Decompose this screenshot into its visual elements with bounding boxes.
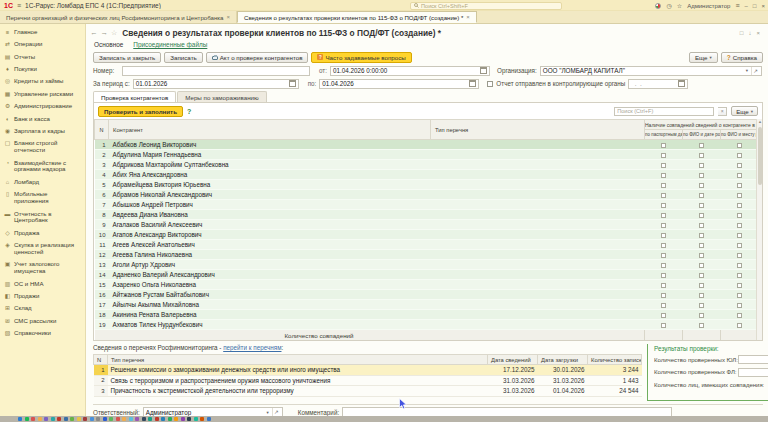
passport-match-checkbox[interactable] [661,153,666,158]
column-header-records[interactable]: Количество записей [588,355,642,365]
taskbar-app-icon[interactable] [187,417,191,421]
help-button[interactable]: ?Справка [721,52,763,63]
fio-birthplace-match-checkbox[interactable] [737,233,742,238]
global-search-input[interactable]: Поиск Ctrl+Shift+F [410,2,562,10]
taskbar-app-icon[interactable] [64,417,68,421]
column-header-n[interactable]: N [95,120,109,140]
passport-match-checkbox[interactable] [661,243,666,248]
passport-match-checkbox[interactable] [661,283,666,288]
sidebar-item[interactable]: ▬ Отчетность в Центробанк [0,208,85,227]
sidebar-item[interactable]: ▥ ОС и НМА [0,278,85,290]
calendar-icon[interactable] [678,80,685,87]
contractor-row[interactable]: 11 Агеев Алексей Анатольевич [95,240,758,250]
result-value-field[interactable]: 1 283 [738,368,768,377]
fio-birthplace-match-checkbox[interactable] [737,223,742,228]
fio-birthdate-match-checkbox[interactable] [699,143,704,148]
period-from-field[interactable]: 01.01.2026 [133,79,299,89]
page-tab[interactable]: Проверка контрагентов [93,91,176,102]
contractor-row[interactable]: 7 Абышков Андрей Петрович [95,200,758,210]
taskbar-app-icon[interactable] [31,417,35,421]
fio-birthdate-match-checkbox[interactable] [699,203,704,208]
taskbar-app-icon[interactable] [155,417,159,421]
contractor-row[interactable]: 8 Авдеева Диана Ивановна [95,210,758,220]
fio-birthplace-match-checkbox[interactable] [737,253,742,258]
settings-menu-icon[interactable]: ≡ [735,2,739,9]
passport-match-checkbox[interactable] [661,233,666,238]
fio-birthplace-match-checkbox[interactable] [737,293,742,298]
contractor-row[interactable]: 19 Ахматов Тилек Нурдунбекович [95,320,758,330]
passport-match-checkbox[interactable] [661,253,666,258]
contractor-row[interactable]: 3 Абдрикова Махтаройим Султанбековна [95,160,758,170]
sidebar-item[interactable]: ◉ Зарплата и кадры [0,125,85,137]
passport-match-checkbox[interactable] [661,183,666,188]
page-tab[interactable]: Меры по замораживанию [177,91,266,102]
chevron-down-icon[interactable]: ▾ [743,67,751,75]
taskbar-app-icon[interactable] [51,417,55,421]
passport-match-checkbox[interactable] [661,223,666,228]
sidebar-item[interactable]: ▣ Учет залогового имущества [0,259,85,278]
forward-arrow-icon[interactable]: → [101,29,109,37]
fio-birthdate-match-checkbox[interactable] [699,213,704,218]
fio-birthdate-match-checkbox[interactable] [699,313,704,318]
taskbar-app-icon[interactable] [168,417,172,421]
comment-field[interactable] [342,407,672,416]
fio-birthplace-match-checkbox[interactable] [737,173,742,178]
fio-birthdate-match-checkbox[interactable] [699,183,704,188]
taskbar-app-icon[interactable] [18,417,22,421]
column-header-fio-birthplace[interactable]: по ФИО и месту рождения [721,130,758,140]
sidebar-item[interactable]: ◇ Продажа [0,227,85,239]
sidebar-item[interactable]: ◎ Кредиты и займы [0,76,85,88]
list-row[interactable]: 1 Решение комиссии о замораживании денеж… [94,365,642,376]
taskbar-app-icon[interactable] [129,417,133,421]
responsible-field[interactable]: Администратор▾↗ [143,407,283,416]
column-header-date-info[interactable]: Дата сведений [488,355,538,365]
result-value-field[interactable]: 0 [738,355,768,364]
more-button[interactable]: Еще▾ [689,52,718,63]
minimize-button[interactable]: – [745,3,748,9]
fio-birthdate-match-checkbox[interactable] [699,293,704,298]
fio-birthdate-match-checkbox[interactable] [699,223,704,228]
fio-birthdate-match-checkbox[interactable] [699,283,704,288]
sidebar-item[interactable]: ▢ Бланки строгой отчетности [0,138,85,157]
column-header-fio-birthdate[interactable]: по ФИО и дате рождения [683,130,721,140]
fio-birthdate-match-checkbox[interactable] [699,173,704,178]
taskbar-app-icon[interactable] [200,417,204,421]
number-field[interactable] [122,66,310,76]
sidebar-item[interactable]: ▤ Отчеты [0,51,85,63]
discussions-icon[interactable] [655,3,661,9]
current-user[interactable]: Администратор [687,3,730,9]
fio-birthplace-match-checkbox[interactable] [737,183,742,188]
sidebar-item[interactable]: ◐ Банк и касса [0,113,85,125]
passport-match-checkbox[interactable] [661,143,666,148]
act-print-button[interactable]: Акт о проверке контрагентов [206,52,309,63]
report-sent-date-field[interactable]: . . [628,79,688,89]
passport-match-checkbox[interactable] [661,263,666,268]
pin-icon[interactable]: ↓ [748,30,751,36]
contractor-row[interactable]: 1 Абабков Леонид Викторович [95,140,758,150]
sidebar-item[interactable]: ◈ Скупка и реализация ценностей [0,239,85,258]
table-search-input[interactable]: Поиск (Ctrl+F) [614,107,714,116]
taskbar-app-icon[interactable] [161,417,165,421]
taskbar-app-icon[interactable] [77,417,81,421]
column-header-match-group[interactable]: Наличие совпадений сведений о контрагент… [645,120,758,130]
contractor-row[interactable]: 15 Азаренко Ольга Николаевна [95,280,758,290]
scroll-up-icon[interactable]: ▲ [757,119,763,125]
close-tab-icon[interactable]: × [466,14,470,20]
sidebar-item[interactable]: ✉ СМС рассылки [0,315,85,327]
nav-main[interactable]: Основное [94,41,123,48]
faq-button[interactable]: ? Часто задаваемые вопросы [311,52,411,63]
sidebar-item[interactable]: ◔ Взаимодействие с органами надзора [0,157,85,176]
table-more-button[interactable]: Еще▾ [731,106,758,116]
maximize-button[interactable]: □ [753,3,757,9]
contractor-row[interactable]: 2 Абдулина Мария Геннадьевна [95,150,758,160]
nav-attached-files-link[interactable]: Присоединенные файлы [133,41,207,48]
calendar-icon[interactable] [469,80,476,87]
list-row[interactable]: 3 Причастность к экстремистской деятельн… [94,386,642,397]
fio-birthplace-match-checkbox[interactable] [737,153,742,158]
list-row[interactable]: 2 Связь с терроризмом и распространением… [94,375,642,386]
taskbar-app-icon[interactable] [194,417,198,421]
close-tab-icon[interactable]: × [226,14,230,20]
close-form-icon[interactable]: × [756,30,760,36]
contractor-row[interactable]: 9 Агалаков Василий Алексеевич [95,220,758,230]
taskbar-app-icon[interactable] [44,417,48,421]
